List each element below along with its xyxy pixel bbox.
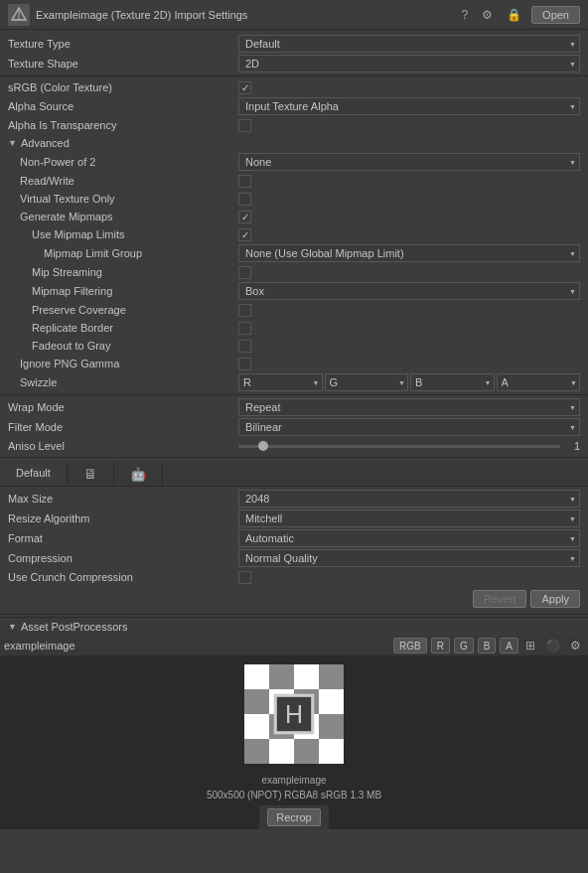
max-size-dropdown[interactable]: 2048 [238,490,580,508]
asset-postprocessors-section: ▼ Asset PostProcessors [0,617,588,636]
title-bar-right: ? ⚙ 🔒 Open [457,6,580,24]
preview-b-btn[interactable]: B [478,638,497,654]
preview-extra-icon1[interactable]: ⊞ [522,639,538,653]
wrap-mode-label: Wrap Mode [8,401,238,413]
ignore-png-gamma-checkbox[interactable] [238,358,251,370]
window-title: Exampleimage (Texture 2D) Import Setting… [36,9,247,21]
preserve-coverage-row: Preserve Coverage [0,301,588,319]
format-value: Automatic [238,529,580,547]
alpha-transparency-row: Alpha Is Transparency [0,116,588,134]
mipmap-limit-group-dropdown[interactable]: None (Use Global Mipmap Limit) [238,244,580,262]
format-dropdown-wrapper: Automatic [238,529,580,547]
alpha-transparency-value [238,119,580,132]
preview-r-btn[interactable]: R [431,638,450,654]
ignore-png-gamma-row: Ignore PNG Gamma [0,355,588,372]
swizzle-value: R G B A [238,373,580,391]
texture-type-label: Texture Type [8,38,238,50]
texture-shape-dropdown[interactable]: 2D [238,55,580,73]
texture-type-dropdown[interactable]: Default [238,35,580,53]
wrap-mode-dropdown[interactable]: Repeat [238,398,580,416]
title-bar: Exampleimage (Texture 2D) Import Setting… [0,0,588,30]
non-power2-value: None [238,153,580,171]
help-icon[interactable]: ? [457,6,472,24]
srgb-checkbox[interactable]: ✓ [238,81,251,94]
srgb-label: sRGB (Color Texture) [8,81,238,93]
revert-button[interactable]: Revert [473,590,526,608]
preview-rgb-btn[interactable]: RGB [393,638,427,654]
preview-image-area: H [0,656,588,772]
srgb-value: ✓ [238,81,580,94]
mipmap-limits-checkbox[interactable]: ✓ [238,228,251,241]
preview-extra-icon2[interactable]: ⚫ [542,639,563,653]
gen-mipmaps-label: Generate Mipmaps [8,211,238,222]
crunch-compression-checkbox[interactable] [238,571,251,584]
revert-apply-row: Revert Apply [0,586,588,612]
swizzle-b-dropdown[interactable]: B [410,373,495,391]
filter-mode-dropdown[interactable]: Bilinear [238,418,580,436]
gen-mipmaps-checkbox[interactable]: ✓ [238,211,251,223]
virtual-texture-value [238,193,580,206]
preview-g-btn[interactable]: G [454,638,474,654]
alpha-transparency-checkbox[interactable] [238,119,251,132]
mipmap-limits-value: ✓ [238,228,580,241]
advanced-label: Advanced [21,137,70,149]
resize-algorithm-row: Resize Algorithm Mitchell [0,509,588,528]
settings-icon[interactable]: ⚙ [478,6,497,24]
svg-rect-11 [319,689,344,714]
wrap-mode-dropdown-wrapper: Repeat [238,398,580,416]
lock-icon[interactable]: 🔒 [503,6,525,24]
tab-default[interactable]: Default [0,463,68,485]
filter-mode-row: Filter Mode Bilinear [0,417,588,437]
bottom-bar: Recrop [259,804,328,829]
unity-logo [8,4,30,26]
tab-android[interactable]: 🤖 [114,463,163,486]
mip-streaming-checkbox[interactable] [238,266,251,279]
preview-name: exampleimage [4,640,389,652]
advanced-arrow: ▼ [8,138,17,148]
replicate-border-label: Replicate Border [8,322,238,334]
texture-shape-value: 2D [238,55,580,73]
open-button[interactable]: Open [531,6,580,24]
swizzle-g-wrapper: G [325,373,409,391]
virtual-texture-checkbox[interactable] [238,193,251,206]
compression-value: Normal Quality [238,549,580,567]
resize-algorithm-dropdown[interactable]: Mitchell [238,509,580,527]
advanced-section-header[interactable]: ▼ Advanced [0,134,588,152]
preview-extra-icon3[interactable]: ⚙ [567,639,584,653]
mipmap-filtering-dropdown[interactable]: Box [238,282,580,300]
svg-rect-12 [244,714,269,739]
readwrite-checkbox[interactable] [238,175,251,188]
non-power2-label: Non-Power of 2 [8,156,238,168]
aniso-slider[interactable] [238,445,560,448]
crunch-compression-value [238,571,580,584]
mipmap-limit-group-label: Mipmap Limit Group [8,247,238,259]
compression-dropdown[interactable]: Normal Quality [238,549,580,567]
mipmap-limit-group-dropdown-wrapper: None (Use Global Mipmap Limit) [238,244,580,262]
non-power2-dropdown[interactable]: None [238,153,580,171]
filter-mode-value: Bilinear [238,418,580,436]
format-dropdown[interactable]: Automatic [238,529,580,547]
mipmap-filtering-dropdown-wrapper: Box [238,282,580,300]
alpha-source-dropdown[interactable]: Input Texture Alpha [238,97,580,115]
crunch-compression-label: Use Crunch Compression [8,571,238,583]
swizzle-a-dropdown[interactable]: A [497,373,581,391]
preserve-coverage-checkbox[interactable] [238,304,251,317]
recrop-button[interactable]: Recrop [267,808,320,826]
ignore-png-gamma-value [238,358,580,370]
apply-button[interactable]: Apply [530,590,580,608]
preview-a-btn[interactable]: A [500,638,518,654]
swizzle-g-dropdown[interactable]: G [325,373,409,391]
tab-monitor[interactable]: 🖥 [68,462,114,486]
aniso-level-row: Aniso Level 1 [0,437,588,455]
asset-postprocessors-header[interactable]: ▼ Asset PostProcessors [0,618,588,636]
virtual-texture-row: Virtual Texture Only [0,190,588,208]
swizzle-r-dropdown[interactable]: R [238,373,323,391]
aniso-slider-value: 1 [564,440,580,452]
fadeout-gray-checkbox[interactable] [238,340,251,353]
max-size-value: 2048 [238,490,580,508]
gen-mipmaps-value: ✓ [238,211,580,223]
replicate-border-checkbox[interactable] [238,322,251,335]
max-size-row: Max Size 2048 [0,489,588,509]
texture-shape-dropdown-wrapper: 2D [238,55,580,73]
alpha-source-label: Alpha Source [8,100,238,112]
